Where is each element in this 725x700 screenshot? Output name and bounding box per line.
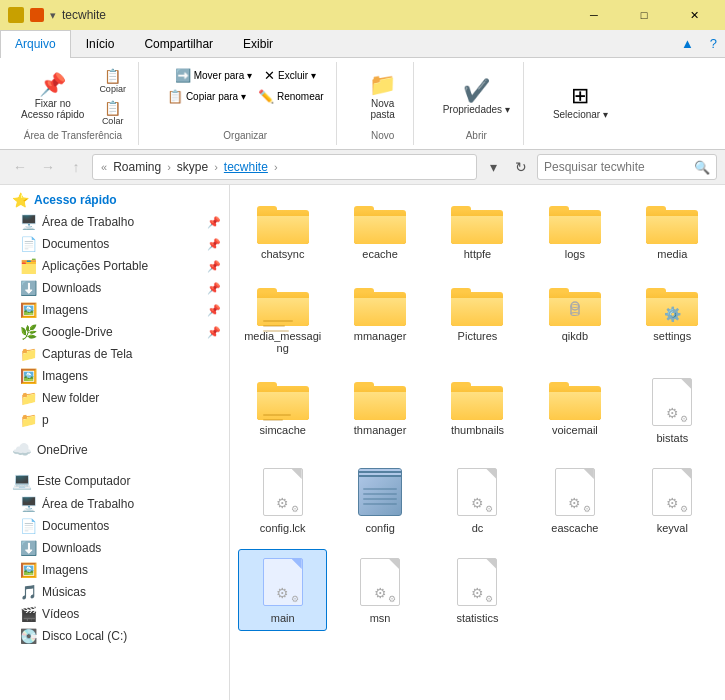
search-box[interactable]: 🔍 xyxy=(537,154,717,180)
tab-exibir[interactable]: Exibir xyxy=(228,30,288,57)
search-input[interactable] xyxy=(544,160,694,174)
select-button[interactable]: ⊞ Selecionar ▾ xyxy=(548,82,613,123)
docs2-icon: 📄 xyxy=(20,518,37,534)
sidebar-item-docs2[interactable]: 📄 Documentos xyxy=(0,515,229,537)
close-button[interactable]: ✕ xyxy=(671,0,717,30)
sidebar-item-videos[interactable]: 🎬 Vídeos xyxy=(0,603,229,625)
filename-media-messaging: media_messaging xyxy=(243,330,322,354)
music-label: Músicas xyxy=(42,585,221,599)
path-roaming[interactable]: Roaming xyxy=(111,160,163,174)
file-item-media-messaging[interactable]: media_messaging xyxy=(238,275,327,361)
maximize-button[interactable]: □ xyxy=(621,0,667,30)
file-item-mmanager[interactable]: mmanager xyxy=(335,275,424,361)
sidebar-item-screenshots[interactable]: 📁 Capturas de Tela xyxy=(0,343,229,365)
sidebar-item-images[interactable]: 🖼️ Imagens 📌 xyxy=(0,299,229,321)
sidebar-item-quick-access[interactable]: ⭐ Acesso rápido xyxy=(0,189,229,211)
file-item-httpfe[interactable]: httpfe xyxy=(433,193,522,267)
move-to-button[interactable]: ➡️ Mover para ▾ xyxy=(171,66,256,85)
sidebar-item-portable[interactable]: 🗂️ Aplicações Portable 📌 xyxy=(0,255,229,277)
up-button[interactable]: ↑ xyxy=(64,155,88,179)
paste-button[interactable]: 📋 Colar xyxy=(95,98,130,128)
file-item-qikdb[interactable]: qikdb xyxy=(530,275,619,361)
filename-dc: dc xyxy=(472,522,484,534)
file-item-config-lck[interactable]: ⚙ ⚙ config.lck xyxy=(238,459,327,541)
sidebar-item-downloads[interactable]: ⬇️ Downloads 📌 xyxy=(0,277,229,299)
file-item-thmanager[interactable]: thmanager xyxy=(335,369,424,451)
pin-button[interactable]: 📌 Fixar noAcesso rápido xyxy=(16,71,89,123)
tab-compartilhar[interactable]: Compartilhar xyxy=(129,30,228,57)
file-item-ecache[interactable]: ecache xyxy=(335,193,424,267)
desktop2-label: Área de Trabalho xyxy=(42,497,221,511)
sidebar-item-disk-c[interactable]: 💽 Disco Local (C:) xyxy=(0,625,229,647)
properties-button[interactable]: ✔️ Propriedades ▾ xyxy=(438,77,515,118)
sidebar-item-desktop2[interactable]: 🖥️ Área de Trabalho xyxy=(0,493,229,515)
pin-label: Fixar noAcesso rápido xyxy=(21,98,84,120)
tab-inicio[interactable]: Início xyxy=(71,30,130,57)
copy-button[interactable]: 📋 Copiar xyxy=(95,66,130,96)
file-item-chatsync[interactable]: chatsync xyxy=(238,193,327,267)
sidebar-item-newfolder[interactable]: 📁 New folder xyxy=(0,387,229,409)
file-item-eascache[interactable]: ⚙ ⚙ eascache xyxy=(530,459,619,541)
sidebar-item-music[interactable]: 🎵 Músicas xyxy=(0,581,229,603)
sidebar-item-downloads2[interactable]: ⬇️ Downloads xyxy=(0,537,229,559)
minimize-button[interactable]: ─ xyxy=(571,0,617,30)
config-icon-dc: ⚙ ⚙ xyxy=(455,466,499,518)
file-item-statistics[interactable]: ⚙ ⚙ statistics xyxy=(433,549,522,631)
file-item-pictures[interactable]: Pictures xyxy=(433,275,522,361)
rename-label: Renomear xyxy=(277,91,324,102)
file-item-main[interactable]: ⚙ ⚙ main xyxy=(238,549,327,631)
refresh-button[interactable]: ↻ xyxy=(509,155,533,179)
path-skype[interactable]: skype xyxy=(175,160,210,174)
forward-button[interactable]: → xyxy=(36,155,60,179)
path-tecwhite[interactable]: tecwhite xyxy=(222,160,270,174)
organize-row2: 📋 Copiar para ▾ ✏️ Renomear xyxy=(163,87,328,106)
videos-icon: 🎬 xyxy=(20,606,37,622)
file-item-thumbnails[interactable]: thumbnails xyxy=(433,369,522,451)
delete-button[interactable]: ✕ Excluir ▾ xyxy=(260,66,320,85)
address-path[interactable]: « Roaming › skype › tecwhite › xyxy=(92,154,477,180)
sidebar-item-documents[interactable]: 📄 Documentos 📌 xyxy=(0,233,229,255)
sidebar-item-desktop[interactable]: 🖥️ Área de Trabalho 📌 xyxy=(0,211,229,233)
paste-label: Colar xyxy=(102,116,124,126)
file-item-keyval[interactable]: ⚙ ⚙ keyval xyxy=(628,459,717,541)
window-title: tecwhite xyxy=(62,8,565,22)
ribbon-group-select-inner: ⊞ Selecionar ▾ xyxy=(548,66,613,139)
tab-arquivo[interactable]: Arquivo xyxy=(0,30,71,58)
downloads-icon: ⬇️ xyxy=(20,280,37,296)
file-item-media[interactable]: media xyxy=(628,193,717,267)
music-icon: 🎵 xyxy=(20,584,37,600)
images2-label: Imagens xyxy=(42,563,221,577)
copy-to-button[interactable]: 📋 Copiar para ▾ xyxy=(163,87,250,106)
file-item-msn[interactable]: ⚙ ⚙ msn xyxy=(335,549,424,631)
folder-icon-thmanager xyxy=(354,376,406,420)
file-item-logs[interactable]: logs xyxy=(530,193,619,267)
rename-icon: ✏️ xyxy=(258,89,274,104)
file-item-voicemail[interactable]: voicemail xyxy=(530,369,619,451)
svg-point-4 xyxy=(571,313,579,316)
sidebar-item-this-pc[interactable]: 💻 Este Computador xyxy=(0,468,229,493)
videos-label: Vídeos xyxy=(42,607,221,621)
help-button[interactable]: ? xyxy=(702,30,725,57)
folder-icon-mmanager xyxy=(354,282,406,326)
sidebar-item-images2[interactable]: 🖼️ Imagens xyxy=(0,559,229,581)
chevron3: › xyxy=(274,161,278,173)
filename-config: config xyxy=(365,522,394,534)
sidebar-item-gdrive[interactable]: 🌿 Google-Drive 📌 xyxy=(0,321,229,343)
file-item-simcache[interactable]: simcache xyxy=(238,369,327,451)
ribbon-tabs: Arquivo Início Compartilhar Exibir ▲ ? xyxy=(0,30,725,58)
file-item-settings[interactable]: ⚙️ settings xyxy=(628,275,717,361)
sidebar-item-onedrive[interactable]: ☁️ OneDrive xyxy=(0,437,229,462)
new-folder-button[interactable]: 📁 Novapasta xyxy=(361,71,405,123)
move-label: Mover para ▾ xyxy=(194,70,252,81)
sidebar-item-imagens2[interactable]: 🖼️ Imagens xyxy=(0,365,229,387)
desktop-icon: 🖥️ xyxy=(20,214,37,230)
back-button[interactable]: ← xyxy=(8,155,32,179)
pin-indicator6: 📌 xyxy=(207,326,221,339)
ribbon-collapse-btn[interactable]: ▲ xyxy=(673,30,702,57)
file-item-dc[interactable]: ⚙ ⚙ dc xyxy=(433,459,522,541)
dropdown-button[interactable]: ▾ xyxy=(481,155,505,179)
file-item-bistats[interactable]: ⚙ ⚙ bistats xyxy=(628,369,717,451)
rename-button[interactable]: ✏️ Renomear xyxy=(254,87,328,106)
sidebar-item-p[interactable]: 📁 p xyxy=(0,409,229,431)
file-item-config[interactable]: config xyxy=(335,459,424,541)
